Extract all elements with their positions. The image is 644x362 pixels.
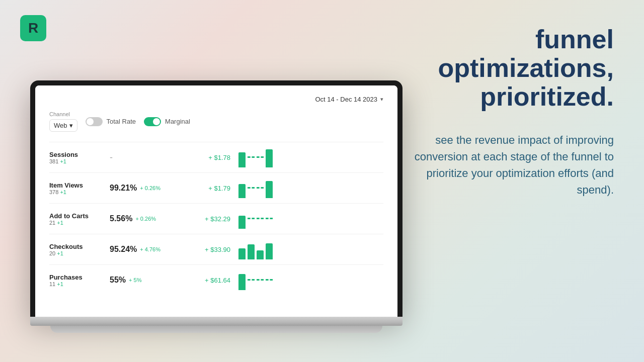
bar-dashed xyxy=(257,279,264,281)
laptop-mockup: Oct 14 - Dec 14 2023 ▾ Channel Web ▾ xyxy=(30,80,403,333)
row-rate: 95.24%+ 4.76% xyxy=(110,245,180,254)
bar xyxy=(257,250,264,259)
hero-section: funnel optimizations, prioritized. see t… xyxy=(403,25,614,198)
table-row: Purchases 11 +1 55%+ 5% + $61.64 xyxy=(49,264,383,295)
row-label-sessions: Sessions 381 +1 xyxy=(49,151,110,164)
row-revenue: + $32.29 xyxy=(180,215,230,223)
mini-chart-sessions xyxy=(230,147,383,167)
row-count: 20 +1 xyxy=(49,250,110,256)
mini-chart-addtocarts xyxy=(230,209,383,229)
dashboard-header: Oct 14 - Dec 14 2023 ▾ xyxy=(49,96,383,103)
row-name: Purchases xyxy=(49,274,110,281)
count-delta: +1 xyxy=(60,158,66,164)
laptop-base xyxy=(30,317,403,326)
count-delta: +1 xyxy=(57,250,63,256)
bar-dashed xyxy=(248,218,255,220)
laptop-screen-outer: Oct 14 - Dec 14 2023 ▾ Channel Web ▾ xyxy=(30,80,403,317)
bar-dashed xyxy=(257,156,264,158)
bar-dashed xyxy=(248,156,255,158)
total-rate-label: Total Rate xyxy=(107,118,136,125)
row-count: 11 +1 xyxy=(49,281,110,287)
row-name: Item Views xyxy=(49,182,110,189)
rate-delta: + 5% xyxy=(129,277,141,283)
row-rate: 55%+ 5% xyxy=(110,276,180,285)
rate-delta: + 4.76% xyxy=(140,246,160,252)
controls-row: Channel Web ▾ Total Rate Marginal xyxy=(49,111,383,132)
rate-delta: + 0.26% xyxy=(135,216,156,222)
marginal-toggle[interactable] xyxy=(144,117,161,126)
row-revenue: + $33.90 xyxy=(180,246,230,253)
chevron-down-icon: ▾ xyxy=(380,96,383,103)
bar-dashed xyxy=(248,187,255,189)
date-picker[interactable]: Oct 14 - Dec 14 2023 ▾ xyxy=(315,96,383,103)
row-revenue: + $1.78 xyxy=(180,154,230,161)
total-rate-toggle-group: Total Rate xyxy=(86,117,136,126)
chevron-down-icon: ▾ xyxy=(69,122,73,129)
bar-dashed xyxy=(266,218,273,220)
count-delta: +1 xyxy=(60,189,66,195)
row-rate: 5.56%+ 0.26% xyxy=(110,214,180,223)
bar-dashed xyxy=(248,279,255,281)
bar xyxy=(238,216,246,229)
funnel-table: Sessions 381 +1 - + $1.78 xyxy=(49,142,383,295)
bar xyxy=(266,181,273,198)
bar xyxy=(238,152,246,167)
bar xyxy=(266,243,273,259)
row-label-checkouts: Checkouts 20 +1 xyxy=(49,243,110,256)
table-row: Item Views 378 +1 99.21%+ 0.26% + $1.79 xyxy=(49,172,383,203)
marginal-toggle-group: Marginal xyxy=(144,117,190,126)
channel-control: Channel Web ▾ xyxy=(49,111,77,132)
bar xyxy=(248,244,255,259)
row-count: 381 +1 xyxy=(49,158,110,164)
table-row: Sessions 381 +1 - + $1.78 xyxy=(49,142,383,172)
bar xyxy=(238,274,246,290)
channel-dropdown[interactable]: Web ▾ xyxy=(49,119,77,132)
hero-subtitle: see the revenue impact of improving conv… xyxy=(403,132,614,198)
dashboard-panel: Oct 14 - Dec 14 2023 ▾ Channel Web ▾ xyxy=(35,85,397,305)
row-rate: 99.21%+ 0.26% xyxy=(110,184,180,193)
channel-label: Channel xyxy=(49,111,77,117)
bar xyxy=(238,248,246,259)
row-revenue: + $61.64 xyxy=(180,277,230,284)
mini-chart-purchases xyxy=(230,270,383,290)
rate-delta: + 0.26% xyxy=(140,185,160,191)
mini-chart-checkouts xyxy=(230,239,383,259)
bar-dashed xyxy=(257,187,264,189)
laptop-screen: Oct 14 - Dec 14 2023 ▾ Channel Web ▾ xyxy=(35,85,397,317)
bar-dashed xyxy=(257,218,264,220)
row-label-itemviews: Item Views 378 +1 xyxy=(49,182,110,195)
count-delta: +1 xyxy=(57,220,63,226)
row-count: 21 +1 xyxy=(49,220,110,226)
bar xyxy=(238,184,246,198)
laptop-bottom xyxy=(50,326,382,333)
date-range-label: Oct 14 - Dec 14 2023 xyxy=(315,96,377,103)
logo-letter: R xyxy=(28,20,38,36)
row-name: Sessions xyxy=(49,151,110,158)
row-rate-dash: - xyxy=(110,152,180,163)
count-delta: +1 xyxy=(57,281,63,287)
row-count: 378 +1 xyxy=(49,189,110,195)
mini-chart-itemviews xyxy=(230,178,383,198)
channel-value: Web xyxy=(54,122,67,129)
bar xyxy=(266,149,273,167)
row-label-addtocarts: Add to Carts 21 +1 xyxy=(49,212,110,226)
table-row: Add to Carts 21 +1 5.56%+ 0.26% + $32.29 xyxy=(49,203,383,234)
hero-title: funnel optimizations, prioritized. xyxy=(403,25,614,112)
total-rate-toggle[interactable] xyxy=(86,117,103,126)
row-label-purchases: Purchases 11 +1 xyxy=(49,274,110,287)
row-name: Checkouts xyxy=(49,243,110,250)
table-row: Checkouts 20 +1 95.24%+ 4.76% + $33.90 xyxy=(49,234,383,264)
row-revenue: + $1.79 xyxy=(180,185,230,192)
row-name: Add to Carts xyxy=(49,212,110,220)
bar-dashed xyxy=(266,279,273,281)
marginal-label: Marginal xyxy=(165,118,190,125)
app-logo: R xyxy=(20,15,46,41)
